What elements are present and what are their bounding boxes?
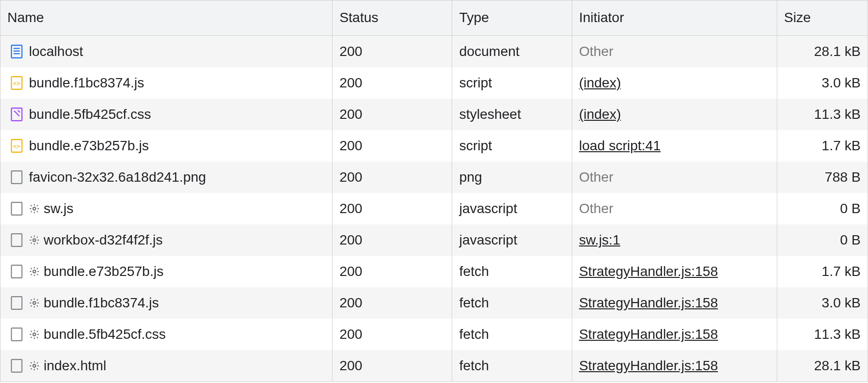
cell-initiator[interactable]: StrategyHandler.js:158 — [572, 287, 777, 319]
cell-status: 200 — [332, 99, 452, 130]
network-row[interactable]: localhost200documentOther28.1 kB — [0, 36, 868, 68]
network-row[interactable]: bundle.5fb425cf.css200stylesheet(index)1… — [0, 99, 868, 130]
svg-rect-9 — [11, 171, 22, 184]
cell-size: 28.1 kB — [777, 350, 868, 382]
cell-initiator[interactable]: sw.js:1 — [572, 224, 777, 256]
cell-type: fetch — [452, 256, 572, 287]
cell-status: 200 — [332, 224, 452, 256]
request-name: bundle.e73b257b.js — [29, 138, 149, 154]
svg-text:<>: <> — [13, 142, 21, 150]
blank-file-icon — [10, 264, 23, 279]
cell-type: document — [452, 36, 572, 68]
css-file-icon — [10, 107, 23, 122]
cell-initiator: Other — [572, 36, 777, 68]
initiator-link[interactable]: sw.js:1 — [579, 232, 620, 247]
network-row[interactable]: bundle.f1bc8374.js200fetchStrategyHandle… — [0, 287, 868, 319]
cell-name[interactable]: <> bundle.f1bc8374.js — [0, 67, 332, 99]
cell-status: 200 — [332, 256, 452, 287]
svg-rect-6 — [11, 108, 22, 121]
column-header-name[interactable]: Name — [0, 0, 332, 36]
cell-status: 200 — [332, 287, 452, 319]
cell-status: 200 — [332, 67, 452, 99]
cell-type: fetch — [452, 350, 572, 382]
js-file-icon: <> — [10, 138, 23, 153]
svg-point-17 — [33, 301, 36, 304]
cell-status: 200 — [332, 193, 452, 224]
request-name: bundle.e73b257b.js — [44, 264, 163, 279]
cell-name[interactable]: workbox-d32f4f2f.js — [0, 224, 332, 256]
cell-name[interactable]: index.html — [0, 350, 332, 382]
blank-file-icon — [10, 296, 23, 310]
request-name: bundle.f1bc8374.js — [44, 295, 159, 311]
svg-point-19 — [33, 333, 36, 336]
cell-size: 3.0 kB — [777, 67, 868, 99]
initiator-link[interactable]: (index) — [579, 107, 621, 122]
svg-rect-16 — [11, 297, 22, 309]
blank-file-icon — [10, 170, 23, 185]
cell-name[interactable]: <> bundle.e73b257b.js — [0, 130, 332, 162]
cell-name[interactable]: bundle.5fb425cf.css — [0, 319, 332, 350]
cell-size: 0 B — [777, 193, 868, 224]
cell-status: 200 — [332, 130, 452, 162]
cell-name[interactable]: bundle.e73b257b.js — [0, 256, 332, 287]
column-header-initiator[interactable]: Initiator — [572, 0, 777, 36]
network-row[interactable]: index.html200fetchStrategyHandler.js:158… — [0, 350, 868, 382]
cell-name[interactable]: favicon-32x32.6a18d241.png — [0, 162, 332, 193]
network-row[interactable]: favicon-32x32.6a18d241.png200pngOther788… — [0, 162, 868, 193]
cell-status: 200 — [332, 319, 452, 350]
svg-rect-12 — [11, 234, 22, 246]
service-worker-gear-icon — [29, 298, 40, 308]
document-file-icon — [10, 44, 23, 59]
cell-size: 11.3 kB — [777, 99, 868, 130]
service-worker-gear-icon — [29, 203, 40, 214]
cell-initiator[interactable]: load script:41 — [572, 130, 777, 162]
initiator-link[interactable]: (index) — [579, 75, 621, 90]
cell-initiator[interactable]: StrategyHandler.js:158 — [572, 256, 777, 287]
svg-rect-18 — [11, 328, 22, 341]
cell-initiator: Other — [572, 193, 777, 224]
cell-status: 200 — [332, 350, 452, 382]
svg-text:<>: <> — [13, 80, 21, 87]
cell-initiator[interactable]: (index) — [572, 99, 777, 130]
service-worker-gear-icon — [29, 329, 40, 340]
request-name: workbox-d32f4f2f.js — [44, 232, 163, 248]
cell-size: 1.7 kB — [777, 256, 868, 287]
cell-initiator[interactable]: StrategyHandler.js:158 — [572, 319, 777, 350]
request-name: index.html — [44, 358, 106, 374]
request-name: bundle.5fb425cf.css — [29, 107, 151, 122]
svg-rect-14 — [11, 265, 22, 278]
network-row[interactable]: workbox-d32f4f2f.js200javascriptsw.js:10… — [0, 224, 868, 256]
blank-file-icon — [10, 233, 23, 247]
service-worker-gear-icon — [29, 266, 40, 277]
network-row[interactable]: <> bundle.e73b257b.js200scriptload scrip… — [0, 130, 868, 162]
cell-name[interactable]: sw.js — [0, 193, 332, 224]
initiator-link[interactable]: load script:41 — [579, 138, 661, 153]
cell-name[interactable]: localhost — [0, 36, 332, 68]
cell-size: 0 B — [777, 224, 868, 256]
network-row[interactable]: <> bundle.f1bc8374.js200script(index)3.0… — [0, 67, 868, 99]
column-header-type[interactable]: Type — [452, 0, 572, 36]
request-name: bundle.f1bc8374.js — [29, 75, 144, 91]
network-row[interactable]: bundle.5fb425cf.css200fetchStrategyHandl… — [0, 319, 868, 350]
initiator-link[interactable]: StrategyHandler.js:158 — [579, 264, 718, 279]
cell-name[interactable]: bundle.5fb425cf.css — [0, 99, 332, 130]
initiator-link[interactable]: StrategyHandler.js:158 — [579, 295, 718, 310]
js-file-icon: <> — [10, 76, 23, 90]
cell-size: 1.7 kB — [777, 130, 868, 162]
column-header-status[interactable]: Status — [332, 0, 452, 36]
cell-name[interactable]: bundle.f1bc8374.js — [0, 287, 332, 319]
cell-type: script — [452, 130, 572, 162]
column-header-size[interactable]: Size — [777, 0, 868, 36]
request-name: bundle.5fb425cf.css — [44, 327, 166, 342]
network-row[interactable]: bundle.e73b257b.js200fetchStrategyHandle… — [0, 256, 868, 287]
request-name: favicon-32x32.6a18d241.png — [29, 169, 206, 185]
cell-type: stylesheet — [452, 99, 572, 130]
cell-initiator[interactable]: (index) — [572, 67, 777, 99]
network-requests-table: Name Status Type Initiator Size localhos… — [0, 0, 868, 382]
initiator-link[interactable]: StrategyHandler.js:158 — [579, 358, 718, 373]
cell-status: 200 — [332, 162, 452, 193]
cell-size: 28.1 kB — [777, 36, 868, 68]
network-row[interactable]: sw.js200javascriptOther0 B — [0, 193, 868, 224]
initiator-link[interactable]: StrategyHandler.js:158 — [579, 327, 718, 342]
cell-initiator[interactable]: StrategyHandler.js:158 — [572, 350, 777, 382]
